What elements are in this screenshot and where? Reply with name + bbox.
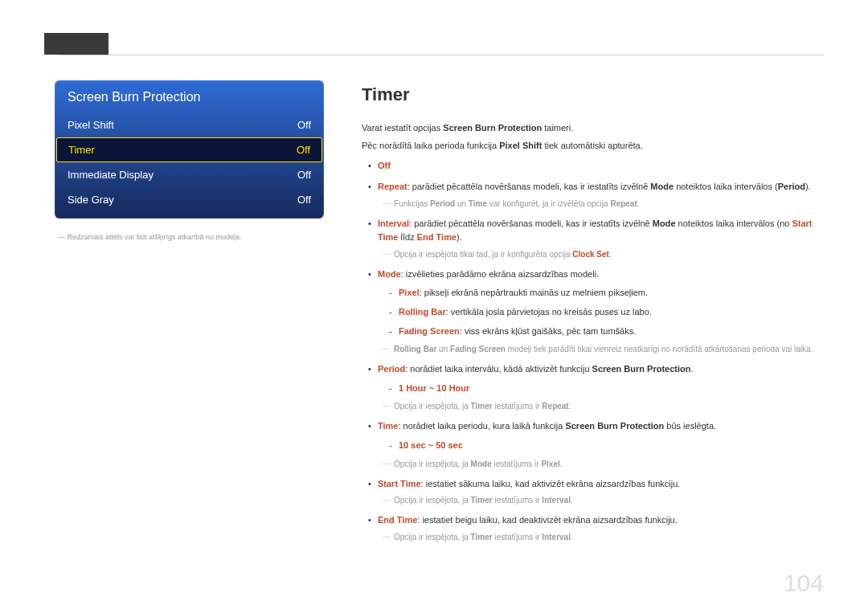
osd-row-timer[interactable]: Timer Off [56, 137, 322, 162]
end-note: Opcija ir iespējota, ja Timer iestatījum… [378, 531, 824, 544]
period-note: Opcija ir iespējota, ja Timer iestatījum… [378, 400, 824, 413]
osd-value: Off [297, 119, 311, 131]
left-column: Screen Burn Protection Pixel Shift Off T… [55, 80, 324, 241]
osd-label: Side Gray [68, 194, 114, 206]
intro-line-1: Varat iestatīt opcijas Screen Burn Prote… [362, 121, 824, 136]
osd-title: Screen Burn Protection [55, 80, 324, 112]
option-interval: Interval: parādiet pēcattēla novēršanas … [362, 217, 824, 261]
content-column: Timer Varat iestatīt opcijas Screen Burn… [362, 80, 824, 550]
time-range: 10 sec ~ 50 sec [378, 439, 824, 453]
option-period: Period: norādiet laika intervālu, kādā a… [362, 362, 824, 413]
interval-note: Opcija ir iespējota tikai tad, ja ir kon… [378, 248, 824, 261]
time-note: Opcija ir iespējota, ja Mode iestatījums… [378, 458, 824, 471]
manual-page: Screen Burn Protection Pixel Shift Off T… [0, 0, 868, 613]
mode-note: Rolling Bar un Fading Screen modeļi tiek… [378, 343, 824, 356]
osd-value: Off [297, 194, 311, 206]
option-time: Time: norādiet laika periodu, kura laikā… [362, 419, 824, 470]
osd-row-pixel-shift[interactable]: Pixel Shift Off [55, 112, 324, 137]
sub-rolling-bar: Rolling Bar: vertikāla josla pārvietojas… [378, 305, 824, 320]
option-end-time: End Time: iestatiet beigu laiku, kad dea… [362, 513, 824, 544]
osd-row-immediate-display[interactable]: Immediate Display Off [55, 162, 324, 187]
repeat-note: Funkcijas Period un Time var konfigurēt,… [378, 198, 824, 210]
option-repeat: Repeat: parādiet pēcattēla novēršanas mo… [362, 180, 824, 210]
osd-footnote: ― Redzamais attēls var būt atšķirīgs atk… [55, 233, 324, 241]
start-note: Opcija ir iespējota, ja Timer iestatījum… [378, 494, 824, 507]
sub-fading-screen: Fading Screen: viss ekrāns kļūst gaišāks… [378, 325, 824, 339]
osd-value: Off [297, 144, 310, 156]
option-list: Off Repeat: parādiet pēcattēla novēršana… [362, 159, 824, 543]
page-number: 104 [784, 570, 824, 597]
option-start-time: Start Time: iestatiet sākuma laiku, kad … [362, 477, 824, 508]
osd-value: Off [297, 169, 311, 181]
sub-pixel: Pixel: pikseļi ekrānā nepārtraukti mainā… [378, 286, 824, 300]
option-mode: Mode: izvēlieties parādāmo ekrāna aizsar… [362, 268, 824, 356]
osd-label: Immediate Display [68, 169, 154, 181]
osd-panel: Screen Burn Protection Pixel Shift Off T… [55, 80, 324, 219]
header-rule [60, 55, 824, 55]
option-off: Off [362, 159, 824, 174]
osd-label: Timer [68, 144, 95, 156]
section-title: Timer [362, 80, 824, 108]
osd-row-side-gray[interactable]: Side Gray Off [55, 187, 324, 212]
intro-line-2: Pēc norādītā laika perioda funkcija Pixe… [362, 139, 824, 153]
period-range: 1 Hour ~ 10 Hour [378, 382, 824, 396]
header-accent [44, 33, 108, 55]
osd-label: Pixel Shift [68, 119, 114, 131]
